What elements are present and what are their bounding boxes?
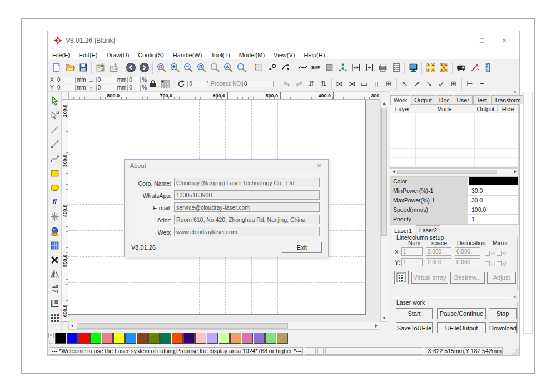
tab-doc[interactable]: Doc	[436, 95, 453, 104]
x-mirror-h-checkbox[interactable]	[485, 251, 490, 256]
line-icon[interactable]	[48, 122, 61, 137]
palette-color-1[interactable]	[67, 333, 78, 344]
lock-ratio-icon[interactable]	[147, 78, 159, 90]
x-space-input[interactable]	[426, 247, 451, 256]
interval-h-icon[interactable]	[349, 61, 363, 75]
dialog-close-icon[interactable]: ×	[315, 161, 324, 170]
node-edit-icon[interactable]	[48, 108, 61, 122]
y-space-input[interactable]	[426, 258, 451, 266]
laser-pointer-icon[interactable]	[468, 61, 481, 75]
web-field[interactable]	[174, 227, 320, 236]
palette-color-4[interactable]	[102, 333, 113, 344]
scroll-left-icon[interactable]	[69, 322, 76, 329]
bitmap-icon[interactable]	[48, 238, 61, 252]
tab-work[interactable]: Work	[390, 95, 410, 105]
array-copy-icon[interactable]	[424, 61, 437, 75]
monitor-icon[interactable]	[406, 61, 420, 75]
star-icon[interactable]	[48, 209, 61, 224]
list-icon[interactable]	[389, 61, 403, 75]
x-position-input[interactable]	[56, 77, 76, 83]
rotate-angle-input[interactable]	[187, 81, 206, 87]
menu-edit[interactable]: Edit(E)	[75, 52, 102, 58]
download-button[interactable]: Download	[489, 322, 517, 334]
menu-tool[interactable]: Tool(T)	[206, 52, 234, 58]
y-num-input[interactable]	[401, 258, 423, 266]
resize-grip[interactable]	[512, 348, 519, 355]
scroll-down-icon[interactable]	[381, 315, 388, 321]
size-icon-4[interactable]: ▯	[370, 80, 383, 88]
align-icon-4[interactable]: ↙	[435, 80, 448, 88]
import-icon[interactable]	[93, 61, 107, 75]
palette-grip[interactable]	[49, 340, 53, 344]
delete-icon[interactable]	[48, 252, 61, 267]
tab-transform[interactable]: Transform	[491, 95, 524, 104]
addr-field[interactable]	[174, 215, 320, 224]
capture-icon[interactable]	[48, 224, 61, 238]
array-icon[interactable]	[48, 310, 61, 325]
tab-laser2[interactable]: Laser2	[416, 225, 440, 235]
bmp-icon[interactable]: BMP	[309, 61, 322, 75]
rect-icon[interactable]	[48, 166, 61, 180]
palette-color-12[interactable]	[195, 333, 206, 344]
ufileoutput-button[interactable]: UFileOutput	[437, 322, 486, 334]
tab-output[interactable]: Output	[411, 95, 435, 104]
zoom-page-icon[interactable]	[195, 61, 208, 75]
interval-v-icon[interactable]	[363, 61, 376, 75]
flip-icon-4[interactable]: ⇅	[317, 80, 330, 88]
zoom-a-icon[interactable]	[221, 61, 235, 75]
col-mode[interactable]: Mode	[415, 105, 474, 113]
stop-button[interactable]: Stop	[489, 308, 517, 319]
menu-view[interactable]: View(V)	[269, 52, 299, 58]
panel-close-icon[interactable]: ×	[512, 89, 518, 95]
layer-scroll-left-icon[interactable]	[390, 169, 396, 175]
palette-color-2[interactable]	[78, 333, 90, 344]
printer-icon[interactable]	[376, 61, 389, 75]
tail-icon-1[interactable]: ⊢	[464, 80, 476, 88]
array-copy-2-icon[interactable]	[437, 61, 450, 75]
virtual-array-button[interactable]: Virtual array	[411, 272, 448, 284]
property-value[interactable]: 30.0	[468, 196, 518, 205]
palette-color-16[interactable]	[242, 333, 253, 344]
tab-user[interactable]: User	[454, 95, 473, 104]
vertical-scrollbar[interactable]	[380, 100, 388, 322]
layer-table-body[interactable]	[390, 113, 519, 168]
email-field[interactable]	[174, 202, 320, 212]
minimize-button[interactable]: –	[449, 33, 468, 48]
zoom-frame-icon[interactable]	[155, 61, 168, 75]
property-value[interactable]: 100.0	[468, 205, 518, 214]
palette-color-13[interactable]	[207, 333, 218, 344]
palette-color-9[interactable]	[160, 333, 171, 344]
prev-icon[interactable]	[124, 61, 137, 75]
menu-model[interactable]: Model(M)	[235, 52, 269, 58]
save-icon[interactable]	[76, 61, 90, 75]
anchor-point-icon[interactable]	[159, 78, 171, 90]
layer-scroll-right-icon[interactable]	[512, 169, 518, 175]
rotate-icon[interactable]	[175, 78, 187, 90]
property-value[interactable]: 1	[468, 215, 518, 224]
scale-y-input[interactable]	[127, 85, 141, 91]
projector-icon[interactable]	[454, 61, 468, 75]
array-preview-button[interactable]	[394, 271, 409, 284]
layer-table-hscroll[interactable]	[390, 168, 519, 175]
zoom-gray-icon[interactable]	[208, 61, 221, 75]
horizontal-scrollbar[interactable]	[68, 322, 380, 330]
palette-color-6[interactable]	[125, 333, 136, 344]
flip-icon-3[interactable]: ⇵	[305, 80, 317, 88]
palette-color-3[interactable]	[90, 333, 101, 344]
property-value[interactable]: 30.0	[468, 186, 518, 195]
pen-icon[interactable]	[279, 61, 292, 75]
palette-close-icon[interactable]: ×	[48, 333, 54, 338]
col-output[interactable]: Output	[474, 105, 498, 113]
col-hide[interactable]: Hide	[498, 105, 519, 113]
layer-color-swatch[interactable]	[469, 177, 518, 185]
col-layer[interactable]: Layer	[390, 105, 415, 113]
savetoufile-button[interactable]: SaveToUFile	[396, 322, 433, 334]
palette-color-8[interactable]	[148, 333, 160, 344]
pick-icon[interactable]	[265, 61, 279, 75]
menu-handle[interactable]: Handle(W)	[168, 52, 207, 58]
palette-color-17[interactable]	[254, 333, 265, 344]
y-position-input[interactable]	[56, 85, 76, 91]
process-no-input[interactable]	[242, 81, 274, 87]
size-icon-3[interactable]: ▭	[358, 80, 370, 88]
adjust-button[interactable]: Adjust	[487, 272, 516, 284]
